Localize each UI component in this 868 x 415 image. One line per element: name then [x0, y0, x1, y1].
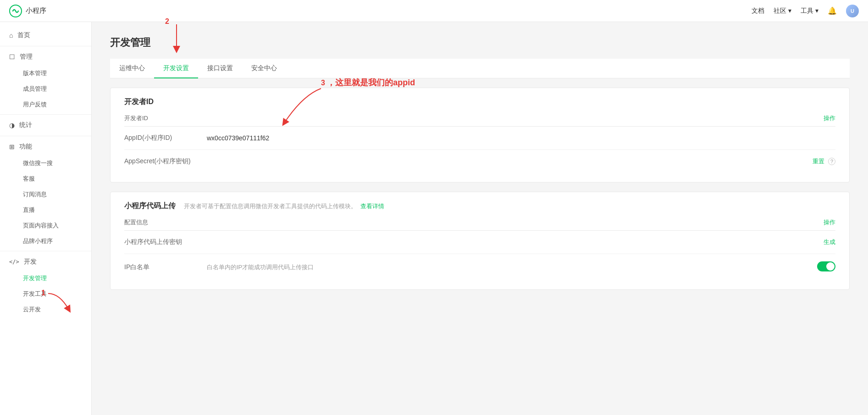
ip-whitelist-label: IP白名单 [124, 263, 207, 271]
sidebar-item-weixin-search[interactable]: 微信搜一搜 [0, 155, 91, 171]
top-nav: 小程序 文档 社区 ▾ 工具 ▾ 🔔 U [0, 0, 868, 22]
header-col-action: 操作 [799, 114, 835, 122]
code-header-col1: 配置信息 [124, 218, 207, 227]
app-name: 小程序 [26, 6, 46, 15]
sidebar-section-develop[interactable]: </> 开发 [0, 253, 91, 271]
sidebar-item-brand[interactable]: 品牌小程序 [0, 233, 91, 249]
doc-link[interactable]: 文档 [752, 7, 764, 15]
tab-ops[interactable]: 运维中心 [110, 59, 154, 78]
tab-api-settings[interactable]: 接口设置 [198, 59, 242, 78]
reset-link[interactable]: 重置 [813, 158, 824, 165]
header-col-label: 开发者ID [124, 114, 207, 122]
help-icon[interactable]: ? [828, 158, 835, 165]
header-col-value [207, 114, 799, 122]
ip-whitelist-row: IP白名单 白名单内的IP才能成功调用代码上传接口 [124, 254, 835, 280]
sidebar-item-dev-tools[interactable]: 开发工具 [0, 286, 91, 302]
sidebar-item-version[interactable]: 版本管理 [0, 66, 91, 81]
sidebar-item-feedback[interactable]: 用户反馈 [0, 97, 91, 112]
tools-link[interactable]: 工具 ▾ [801, 7, 818, 15]
annotation-3: 3 ，这里就是我们的appid [321, 77, 415, 88]
function-icon: ⊞ [9, 143, 15, 150]
sidebar-section-manage[interactable]: ☐ 管理 [0, 48, 91, 66]
appid-row: AppID(小程序ID) wx0cc0739e07111f62 [124, 127, 835, 150]
appid-label: AppID(小程序ID) [124, 134, 207, 142]
ip-whitelist-toggle[interactable] [817, 261, 835, 271]
developer-id-table-header: 开发者ID 操作 [124, 114, 835, 127]
app-logo[interactable]: 小程序 [9, 5, 46, 17]
upload-key-label: 小程序代码上传密钥 [124, 238, 207, 246]
stats-icon: ◑ [9, 122, 15, 129]
sidebar-develop-label: 开发 [24, 258, 37, 266]
code-upload-table-header: 配置信息 操作 [124, 218, 835, 231]
sidebar-item-cloud-dev[interactable]: 云开发 [0, 302, 91, 317]
community-chevron-icon: ▾ [788, 7, 791, 14]
sidebar-section-function[interactable]: ⊞ 功能 [0, 138, 91, 155]
detail-link[interactable]: 查看详情 [360, 202, 384, 210]
sidebar-manage-label: 管理 [20, 53, 33, 61]
avatar[interactable]: U [846, 5, 859, 17]
page-title: 开发管理 [110, 36, 850, 50]
appid-value: wx0cc0739e07111f62 [207, 134, 799, 142]
topnav-right: 文档 社区 ▾ 工具 ▾ 🔔 U [752, 5, 859, 17]
generate-link[interactable]: 生成 [824, 238, 835, 245]
community-link[interactable]: 社区 ▾ [774, 7, 791, 15]
sidebar: ⌂ 首页 ☐ 管理 版本管理 成员管理 用户反馈 ◑ 统计 ⊞ 功能 微信搜一搜… [0, 22, 92, 415]
upload-key-action[interactable]: 生成 [799, 238, 835, 246]
annotation-3-text: ，这里就是我们的appid [327, 78, 415, 87]
ip-whitelist-desc: 白名单内的IP才能成功调用代码上传接口 [207, 263, 799, 271]
appsecret-label: AppSecret(小程序密钥) [124, 157, 207, 166]
notification-icon[interactable]: 🔔 [828, 6, 837, 15]
sidebar-item-member[interactable]: 成员管理 [0, 81, 91, 97]
sidebar-item-dev-manage[interactable]: 开发管理 [0, 271, 91, 286]
sidebar-home-label: 首页 [17, 31, 30, 39]
sidebar-item-customer[interactable]: 客服 [0, 171, 91, 187]
sidebar-item-subscribe[interactable]: 订阅消息 [0, 187, 91, 202]
manage-icon: ☐ [9, 53, 15, 61]
sidebar-stats-label: 统计 [19, 121, 32, 129]
sidebar-item-stats[interactable]: ◑ 统计 [0, 116, 91, 134]
sidebar-item-live[interactable]: 直播 [0, 202, 91, 218]
code-upload-title: 小程序代码上传 [124, 201, 176, 211]
upload-key-row: 小程序代码上传密钥 生成 [124, 231, 835, 254]
ip-whitelist-toggle-container[interactable] [799, 261, 835, 273]
sidebar-item-home[interactable]: ⌂ 首页 [0, 27, 91, 44]
divider [0, 251, 91, 251]
tools-chevron-icon: ▾ [815, 7, 818, 14]
code-upload-card: 小程序代码上传 开发者可基于配置信息调用微信开发者工具提供的代码上传模块。 查看… [110, 192, 850, 290]
appsecret-row: AppSecret(小程序密钥) 重置 ? [124, 150, 835, 173]
divider [0, 114, 91, 115]
code-upload-title-row: 小程序代码上传 开发者可基于配置信息调用微信开发者工具提供的代码上传模块。 查看… [124, 201, 835, 211]
tab-security[interactable]: 安全中心 [242, 59, 286, 78]
developer-id-title: 开发者ID [124, 97, 835, 107]
logo-icon [9, 5, 22, 17]
code-upload-desc: 开发者可基于配置信息调用微信开发者工具提供的代码上传模块。 [184, 202, 357, 210]
main-content: 1 2 [92, 22, 868, 415]
sidebar-item-page-input[interactable]: 页面内容接入 [0, 218, 91, 233]
tabs-bar: 运维中心 开发设置 接口设置 安全中心 [110, 59, 850, 78]
annotation-3-number: 3 [321, 79, 325, 87]
home-icon: ⌂ [9, 32, 13, 39]
code-header-col2: 操作 [799, 218, 835, 227]
tab-dev-settings[interactable]: 开发设置 [154, 59, 198, 78]
appsecret-action[interactable]: 重置 ? [799, 157, 835, 166]
layout: ⌂ 首页 ☐ 管理 版本管理 成员管理 用户反馈 ◑ 统计 ⊞ 功能 微信搜一搜… [0, 22, 868, 415]
develop-icon: </> [9, 259, 19, 265]
divider [0, 46, 91, 46]
sidebar-function-label: 功能 [19, 143, 32, 151]
developer-id-card: 开发者ID 开发者ID 操作 AppID(小程序ID) wx0cc0739e07… [110, 88, 850, 183]
divider [0, 136, 91, 136]
